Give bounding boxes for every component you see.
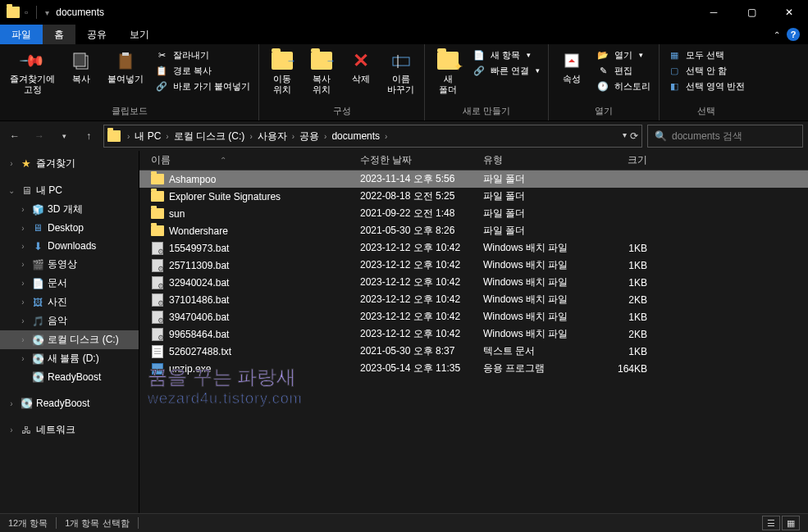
- select-none-button[interactable]: ▢선택 안 함: [664, 63, 748, 78]
- col-name[interactable]: 이름⌃: [151, 153, 360, 167]
- qat-save-icon[interactable]: ▫: [25, 7, 28, 18]
- tree-this-pc[interactable]: ⌄🖥내 PC: [0, 181, 139, 200]
- file-name: 25711309.bat: [169, 260, 360, 271]
- close-button[interactable]: ✕: [770, 0, 808, 25]
- search-input[interactable]: 🔍 documents 검색: [647, 125, 803, 148]
- bat-icon: [151, 328, 164, 341]
- recent-dropdown[interactable]: ▾: [54, 126, 74, 146]
- chevron-icon[interactable]: ›: [164, 132, 170, 141]
- tree-favorites[interactable]: ›★즐겨찾기: [0, 154, 139, 173]
- file-row[interactable]: 15549973.bat2023-12-12 오후 10:42Windows 배…: [139, 239, 808, 257]
- move-to-button[interactable]: → 이동 위치: [264, 46, 300, 98]
- view-details-button[interactable]: ☰: [762, 516, 780, 530]
- crumb-pc[interactable]: 내 PC: [131, 130, 164, 143]
- tree-desktop[interactable]: ›🖥Desktop: [0, 219, 139, 237]
- copy-path-button[interactable]: 📋경로 복사: [152, 63, 253, 78]
- svg-rect-1: [74, 53, 85, 66]
- copy-to-button[interactable]: → 복사 위치: [304, 46, 340, 98]
- tree-downloads[interactable]: ›⬇Downloads: [0, 237, 139, 255]
- file-row[interactable]: unzip.exe2023-05-14 오후 11:35응용 프로그램164KB: [139, 360, 808, 377]
- file-name: 32940024.bat: [169, 277, 360, 289]
- tree-videos[interactable]: ›🎬동영상: [0, 255, 139, 274]
- tab-share[interactable]: 공유: [75, 25, 118, 44]
- file-row[interactable]: Ashampoo2023-11-14 오후 5:56파일 폴더: [139, 171, 808, 188]
- tree-music[interactable]: ›🎵음악: [0, 311, 139, 330]
- tree-network[interactable]: ›🖧네트워크: [0, 421, 139, 439]
- crumb-public[interactable]: 공용: [296, 130, 322, 143]
- titlebar: ▫ ▾ documents ─ ▢ ✕: [0, 0, 808, 25]
- col-date[interactable]: 수정한 날짜: [360, 153, 483, 167]
- crumb-users[interactable]: 사용자: [254, 130, 290, 143]
- copy-button[interactable]: 복사: [63, 46, 99, 88]
- chevron-icon[interactable]: ›: [322, 132, 328, 141]
- forward-button[interactable]: →: [30, 126, 49, 146]
- videos-icon: 🎬: [31, 258, 44, 271]
- chevron-icon[interactable]: ›: [248, 132, 253, 141]
- tree-readyboost2[interactable]: ›💽ReadyBoost: [0, 394, 139, 412]
- file-row[interactable]: 32940024.bat2023-12-12 오후 10:42Windows 배…: [139, 274, 808, 291]
- clipboard-group-label: 클립보드: [5, 103, 253, 119]
- shortcut-icon: 🔗: [155, 80, 168, 93]
- crumb-disk[interactable]: 로컬 디스크 (C:): [171, 130, 249, 143]
- file-type: Windows 배치 파일: [483, 293, 598, 307]
- tab-home[interactable]: 홈: [43, 25, 75, 44]
- tree-readyboost1[interactable]: 💽ReadyBoost: [0, 368, 139, 386]
- window-title: documents: [56, 7, 104, 18]
- address-bar[interactable]: › 내 PC › 로컬 디스크 (C:) › 사용자 › 공용 › docume…: [103, 125, 642, 148]
- collapse-ribbon-icon[interactable]: ⌃: [774, 30, 780, 39]
- open-button[interactable]: 📂열기▾: [593, 48, 654, 62]
- paste-button[interactable]: 붙여넣기: [103, 46, 148, 88]
- edit-button[interactable]: ✎편집: [593, 63, 654, 78]
- file-row[interactable]: 99658464.bat2023-12-12 오후 10:42Windows 배…: [139, 325, 808, 343]
- file-row[interactable]: Explorer Suite Signatures2022-08-18 오전 5…: [139, 188, 808, 205]
- bat-icon: [151, 276, 164, 289]
- tree-pictures[interactable]: ›🖼사진: [0, 293, 139, 311]
- file-date: 2021-05-30 오후 8:37: [360, 344, 483, 358]
- select-all-button[interactable]: ▦모두 선택: [664, 48, 748, 62]
- maximize-button[interactable]: ▢: [733, 0, 770, 25]
- rename-button[interactable]: 이름 바꾸기: [382, 46, 419, 98]
- properties-button[interactable]: 속성: [554, 46, 590, 88]
- file-date: 2022-08-18 오전 5:25: [360, 189, 483, 203]
- easy-access-button[interactable]: 🔗빠른 연결▾: [469, 63, 543, 78]
- cut-button[interactable]: ✂잘라내기: [152, 48, 253, 62]
- invert-selection-button[interactable]: ◧선택 영역 반전: [664, 79, 748, 93]
- new-item-button[interactable]: 📄새 항목▾: [469, 48, 543, 62]
- addr-dropdown-icon[interactable]: ▾: [623, 130, 627, 142]
- qat-dropdown[interactable]: ▾: [45, 8, 49, 17]
- delete-button[interactable]: ✕ 삭제: [343, 46, 379, 88]
- music-icon: 🎵: [31, 315, 44, 328]
- file-name: unzip.exe: [169, 363, 360, 375]
- file-row[interactable]: 25711309.bat2023-12-12 오후 10:42Windows 배…: [139, 257, 808, 274]
- refresh-icon[interactable]: ⟳: [630, 130, 638, 142]
- col-type[interactable]: 유형: [483, 153, 598, 167]
- open-icon: 📂: [596, 48, 609, 61]
- col-size[interactable]: 크기: [598, 153, 664, 167]
- paste-shortcut-button[interactable]: 🔗바로 가기 붙여넣기: [152, 79, 253, 93]
- chevron-icon[interactable]: ›: [126, 132, 131, 141]
- folder-icon: [151, 225, 164, 238]
- chevron-icon[interactable]: ›: [383, 132, 389, 141]
- up-button[interactable]: ↑: [79, 126, 98, 146]
- pin-favorites-button[interactable]: 📌 즐겨찾기에 고정: [5, 46, 60, 98]
- file-row[interactable]: sun2021-09-22 오전 1:48파일 폴더: [139, 205, 808, 222]
- file-row[interactable]: 526027488.txt2021-05-30 오후 8:37텍스트 문서1KB: [139, 343, 808, 360]
- tree-documents[interactable]: ›📄문서: [0, 274, 139, 293]
- tree-new-volume[interactable]: ›💽새 볼륨 (D:): [0, 349, 139, 368]
- chevron-icon[interactable]: ›: [290, 132, 296, 141]
- history-button[interactable]: 🕐히스토리: [593, 79, 654, 93]
- view-icons-button[interactable]: ▦: [782, 516, 800, 530]
- file-row[interactable]: 39470406.bat2023-12-12 오후 10:42Windows 배…: [139, 308, 808, 325]
- tree-local-disk[interactable]: ›💽로컬 디스크 (C:): [0, 330, 139, 349]
- new-folder-button[interactable]: ✦ 새 폴더: [430, 46, 466, 98]
- crumb-current[interactable]: documents: [328, 130, 383, 142]
- tree-3d-objects[interactable]: ›🧊3D 개체: [0, 200, 139, 219]
- tab-file[interactable]: 파일: [0, 25, 43, 44]
- minimize-button[interactable]: ─: [695, 0, 733, 25]
- back-button[interactable]: ←: [5, 126, 25, 146]
- tab-view[interactable]: 보기: [118, 25, 161, 44]
- file-row[interactable]: Wondershare2021-05-30 오후 8:26파일 폴더: [139, 222, 808, 239]
- help-icon[interactable]: ?: [787, 28, 800, 41]
- file-row[interactable]: 37101486.bat2023-12-12 오후 10:42Windows 배…: [139, 291, 808, 308]
- newfolder-icon: ✦: [437, 52, 459, 70]
